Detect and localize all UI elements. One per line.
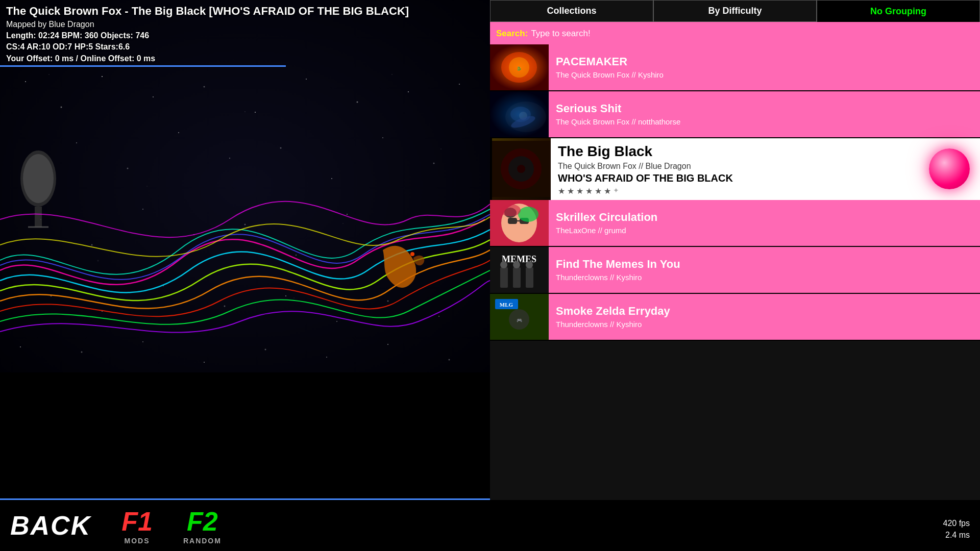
fps-display: 420 fps 2.4 ms (943, 518, 970, 541)
svg-point-4 (204, 86, 205, 88)
svg-point-9 (459, 84, 460, 85)
svg-rect-45 (35, 207, 42, 227)
svg-point-3 (153, 96, 154, 97)
star-5: ★ (595, 186, 602, 196)
beatmap-title-pacemaker: PACEMAKER (556, 55, 973, 69)
beatmap-item-pacemaker[interactable]: 🐉 PACEMAKER The Quick Brown Fox // Kyshi… (490, 44, 980, 91)
svg-rect-73 (513, 267, 521, 288)
svg-point-13 (229, 158, 230, 159)
beatmap-thumb-pacemaker: 🐉 (490, 44, 549, 90)
svg-point-44 (23, 154, 54, 203)
beatmap-sub-serious: The Quick Brown Fox // notthathorse (556, 116, 973, 127)
svg-point-72 (500, 261, 507, 268)
svg-point-39 (265, 349, 266, 350)
beatmap-sub-smoke: Thunderclowns // Kyshiro (556, 319, 973, 330)
svg-point-35 (20, 346, 21, 347)
song-cs-ar: CS:4 AR:10 OD:7 HP:5 Stars:6.6 (6, 41, 409, 53)
f2-group: F2 RANDOM (183, 506, 222, 545)
beatmap-text-memes: Find The Memes In You Thunderclowns // K… (549, 253, 980, 287)
svg-point-32 (336, 321, 337, 322)
selected-beatmap[interactable]: The Big Black The Quick Brown Fox // Blu… (490, 138, 980, 200)
ms-value: 2.4 ms (943, 530, 970, 541)
svg-point-8 (408, 91, 409, 92)
svg-point-76 (526, 261, 533, 268)
selected-thumb (492, 138, 551, 200)
svg-point-11 (127, 168, 129, 169)
svg-rect-71 (500, 267, 508, 288)
beatmap-item-smoke[interactable]: MLG 🎮 Smoke Zelda Erryday Thunderclowns … (490, 294, 980, 341)
svg-point-7 (357, 102, 358, 103)
fps-value: 420 fps (943, 518, 970, 529)
selected-artist-mapper: The Quick Brown Fox // Blue Dragon (558, 161, 973, 172)
star-1: ★ (558, 186, 565, 196)
svg-point-0 (25, 81, 26, 82)
svg-point-42 (449, 359, 450, 361)
beatmap-item-serious[interactable]: Serious Shit The Quick Brown Fox // nott… (490, 91, 980, 138)
song-info-panel: The Quick Brown Fox - The Big Black [WHO… (0, 0, 415, 68)
beatmap-title-skrillex: Skrillex Circulation (556, 210, 973, 225)
beatmap-text-skrillex: Skrillex Circulation TheLaxOne // grumd (549, 206, 980, 240)
beatmap-text-smoke: Smoke Zelda Erryday Thunderclowns // Kys… (549, 300, 980, 334)
song-mapper: Mapped by Blue Dragon (6, 19, 409, 30)
selected-beatmap-text: The Big Black The Quick Brown Fox // Blu… (551, 138, 980, 200)
f-buttons: F1 MODS F2 RANDOM (121, 506, 222, 545)
svg-text:MLG: MLG (500, 302, 513, 308)
f2-label: RANDOM (183, 537, 222, 545)
svg-point-20 (142, 209, 143, 210)
svg-point-74 (513, 261, 520, 268)
svg-point-31 (285, 295, 286, 296)
tab-collections[interactable]: Collections (490, 0, 653, 22)
beatmap-title-serious: Serious Shit (556, 102, 973, 116)
svg-point-6 (306, 79, 307, 80)
svg-point-16 (382, 137, 383, 138)
beatmap-item-skrillex[interactable]: Skrillex Circulation TheLaxOne // grumd (490, 200, 980, 247)
tab-no-grouping[interactable]: No Grouping (817, 0, 980, 22)
selected-difficulty: WHO'S AFRAID OF THE BIG BLACK (558, 172, 973, 184)
bottom-bar: BACK F1 MODS F2 RANDOM 420 fps 2.4 ms (0, 500, 980, 551)
f1-key[interactable]: F1 (121, 506, 153, 537)
svg-point-34 (438, 316, 439, 317)
beatmap-sub-pacemaker: The Quick Brown Fox // Kyshiro (556, 69, 973, 80)
beatmap-text-pacemaker: PACEMAKER The Quick Brown Fox // Kyshiro (549, 51, 980, 84)
svg-text:🐉: 🐉 (517, 66, 522, 71)
star-7: ✦ (613, 186, 619, 196)
star-3: ★ (576, 186, 583, 196)
beatmap-text-serious: Serious Shit The Quick Brown Fox // nott… (549, 97, 980, 131)
svg-point-33 (387, 300, 389, 302)
star-4: ★ (585, 186, 593, 196)
beatmap-sub-skrillex: TheLaxOne // grumd (556, 225, 973, 236)
svg-point-14 (280, 147, 282, 149)
svg-point-40 (326, 357, 327, 358)
song-offset: Your Offset: 0 ms / Online Offset: 0 ms (6, 53, 409, 64)
svg-point-5 (255, 112, 256, 113)
svg-rect-75 (526, 267, 533, 288)
search-bar[interactable]: Search: Type to search! (490, 23, 980, 44)
beatmap-title-smoke: Smoke Zelda Erryday (556, 304, 973, 319)
svg-point-10 (76, 142, 77, 143)
back-button[interactable]: BACK (10, 510, 91, 541)
svg-point-15 (331, 178, 332, 179)
svg-point-47 (410, 252, 414, 256)
beatmap-item-memes[interactable]: MEMES Find The Memes In You Thunderclown… (490, 247, 980, 294)
tab-bar: Collections By Difficulty No Grouping (490, 0, 980, 23)
f1-group: F1 MODS (121, 506, 153, 545)
beatmap-thumb-serious (490, 91, 549, 137)
svg-point-30 (224, 306, 226, 307)
swirl-visualization (0, 66, 490, 372)
f1-label: MODS (125, 537, 150, 545)
beatmap-thumb-smoke: MLG 🎮 (490, 294, 549, 340)
beatmap-sub-memes: Thunderclowns // Kyshiro (556, 272, 973, 283)
svg-point-12 (178, 132, 179, 133)
f2-key[interactable]: F2 (187, 506, 218, 537)
tab-by-difficulty[interactable]: By Difficulty (653, 0, 817, 22)
svg-point-19 (91, 244, 93, 246)
svg-point-23 (296, 255, 297, 256)
search-label: Search: (496, 29, 528, 39)
svg-point-60 (517, 165, 525, 173)
svg-point-17 (433, 163, 435, 164)
scroll-indicator[interactable] (976, 260, 980, 291)
svg-point-38 (204, 362, 205, 363)
svg-point-36 (81, 352, 83, 353)
right-panel: Collections By Difficulty No Grouping Se… (490, 0, 980, 551)
star-2: ★ (567, 186, 574, 196)
